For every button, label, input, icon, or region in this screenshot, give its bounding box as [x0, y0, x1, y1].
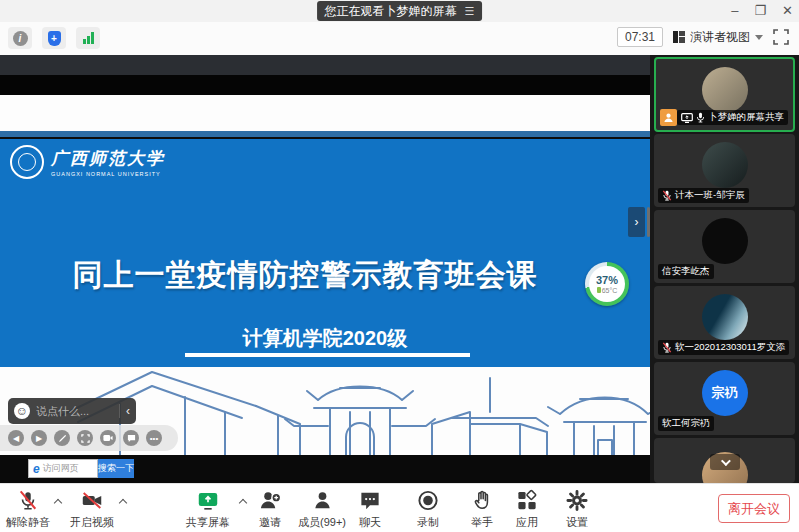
settings-button[interactable]: 设置 [566, 489, 589, 530]
cpu-temperature: 65°C [597, 287, 618, 294]
chat-divider [119, 404, 120, 418]
cpu-monitor-inner: 37% 65°C [589, 266, 625, 302]
members-button[interactable]: 成员(99+) [298, 489, 346, 530]
slide-divider-line [185, 353, 470, 357]
window-titlebar: 您正在观看卜梦婵的屏幕 ☰ – ❐ ✕ [0, 0, 799, 22]
view-mode-button[interactable]: 演讲者视图 [673, 29, 763, 46]
participant-name: 软一202012303011罗文添 [675, 341, 785, 354]
menubar-left: i + [8, 27, 100, 49]
participant-tile[interactable]: 软一202012303011罗文添 [654, 286, 795, 359]
collapse-list-button[interactable] [710, 454, 740, 470]
cpu-percent: 37% [596, 275, 618, 286]
chevron-down-icon [721, 456, 731, 466]
presentation-slide: 广西师范大学 GUANGXI NORMAL UNIVERSITY 同上一堂疫情防… [0, 139, 650, 367]
chat-overlay-bar[interactable]: ☺ 说点什么... ‹ [8, 398, 136, 424]
meeting-window: 您正在观看卜梦婵的屏幕 ☰ – ❐ ✕ i + 07:31 [0, 0, 799, 532]
participant-tile[interactable]: 计本一班-邹宇辰 [654, 134, 795, 207]
chat-collapse-button[interactable]: ‹ [126, 404, 130, 418]
select-frame-button[interactable] [77, 430, 93, 446]
host-badge-icon [660, 109, 677, 126]
slide-title: 同上一堂疫情防控警示教育班会课 [0, 255, 610, 296]
shared-screen-view: 广西师范大学 GUANGXI NORMAL UNIVERSITY 同上一堂疫情防… [0, 55, 650, 483]
share-options-chevron[interactable] [240, 500, 248, 508]
screen-share-icon [681, 113, 693, 123]
browser-e-icon: e [33, 462, 40, 476]
prev-slide-button[interactable]: ◀ [8, 430, 24, 446]
meeting-timer: 07:31 [617, 27, 663, 47]
mic-muted-icon [662, 342, 672, 353]
chat-button[interactable]: 聊天 [359, 489, 382, 530]
next-slide-button[interactable]: ▶ [31, 430, 47, 446]
fullscreen-icon [773, 29, 789, 45]
leave-meeting-button[interactable]: 离开会议 [718, 494, 790, 523]
camera-tool-button[interactable] [100, 430, 116, 446]
participant-tile[interactable]: 宗礽 软工何宗礽 [654, 362, 795, 435]
apps-button[interactable]: 应用 [516, 489, 539, 530]
chevron-right-icon: › [635, 215, 639, 229]
participant-tile-sharer[interactable]: 卜梦婵的屏幕共享 [654, 57, 795, 132]
participant-name: 信安李屹杰 [662, 265, 710, 278]
security-button[interactable]: + [42, 27, 66, 49]
desktop-search-widget: e 访问网页 搜索一下 [28, 459, 134, 478]
record-button[interactable]: 录制 [417, 489, 440, 530]
chevron-down-icon [755, 35, 763, 40]
search-input[interactable]: e 访问网页 [28, 459, 98, 478]
share-screen-icon [196, 489, 220, 512]
slide-accent-strip [0, 131, 650, 137]
university-logo: 广西师范大学 GUANGXI NORMAL UNIVERSITY [10, 145, 165, 179]
participant-tile[interactable]: 信安李屹杰 [654, 210, 795, 283]
close-button[interactable]: ✕ [782, 0, 793, 22]
raise-hand-icon [471, 489, 493, 512]
gear-icon [566, 489, 589, 512]
cpu-monitor-widget[interactable]: 37% 65°C [585, 262, 629, 306]
participant-tile-partial[interactable] [654, 438, 795, 483]
maximize-button[interactable]: ❐ [754, 0, 766, 22]
minimize-button[interactable]: – [731, 0, 738, 22]
avatar [702, 142, 748, 188]
mic-muted-icon [17, 489, 39, 512]
share-screen-button[interactable]: 共享屏幕 [186, 489, 230, 530]
audio-options-chevron[interactable] [55, 500, 63, 508]
comment-tool-button[interactable] [123, 430, 139, 446]
network-status-button[interactable] [76, 27, 100, 49]
mic-muted-icon [662, 190, 672, 201]
chat-icon [359, 489, 382, 512]
slide-subtitle: 计算机学院2020级 [0, 325, 650, 352]
participant-namebar: 卜梦婵的屏幕共享 [660, 109, 788, 126]
watching-banner: 您正在观看卜梦婵的屏幕 ☰ [317, 1, 483, 21]
video-options-chevron[interactable] [120, 500, 128, 508]
more-tools-button[interactable]: ••• [146, 430, 162, 446]
unmute-button[interactable]: 解除静音 [6, 489, 50, 530]
meeting-info-button[interactable]: i [8, 27, 32, 49]
shared-desktop-band [0, 55, 650, 75]
search-placeholder: 访问网页 [43, 462, 79, 475]
invite-button[interactable]: 邀请 [259, 489, 282, 530]
layout-icon [673, 31, 685, 43]
slide-top-margin [0, 95, 650, 131]
search-button[interactable]: 搜索一下 [98, 459, 134, 478]
participant-name: 卜梦婵的屏幕共享 [708, 111, 784, 124]
chat-input[interactable]: 说点什么... [36, 404, 113, 419]
watching-banner-text: 您正在观看卜梦婵的屏幕 [325, 1, 457, 21]
invite-icon [259, 489, 282, 512]
fullscreen-button[interactable] [773, 29, 789, 45]
pen-tool-button[interactable] [54, 430, 70, 446]
participant-name: 计本一班-邹宇辰 [675, 189, 745, 202]
avatar [702, 67, 748, 113]
sidebar-expand-tab[interactable]: › [628, 207, 645, 237]
university-name-cn: 广西师范大学 [51, 147, 165, 170]
raise-hand-button[interactable]: 举手 [471, 489, 493, 530]
apps-icon [516, 489, 539, 512]
banner-menu-icon[interactable]: ☰ [465, 1, 475, 21]
window-controls: – ❐ ✕ [731, 0, 793, 22]
record-icon [417, 489, 440, 512]
info-icon: i [13, 31, 28, 46]
camera-muted-icon [80, 489, 104, 512]
menubar-right: 07:31 演讲者视图 [617, 27, 789, 47]
emoji-icon[interactable]: ☺ [14, 403, 30, 419]
mic-on-icon [696, 112, 705, 123]
presenter-toolbar: ◀ ▶ ••• [0, 425, 178, 451]
battery-icon [597, 287, 601, 293]
meeting-menubar: i + 07:31 演讲者视图 [0, 22, 799, 55]
start-video-button[interactable]: 开启视频 [70, 489, 114, 530]
